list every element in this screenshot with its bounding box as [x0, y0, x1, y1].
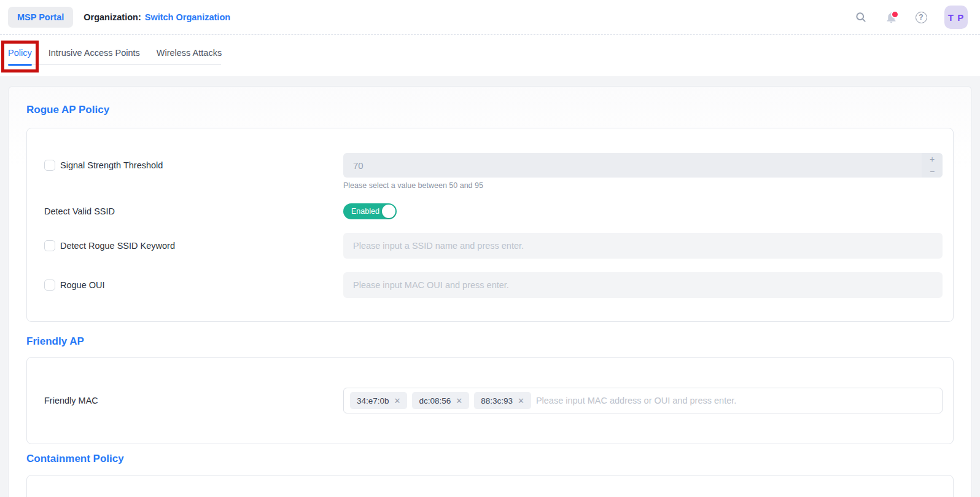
organization-link[interactable]: Switch Organization: [145, 12, 230, 22]
rogue-oui-checkbox[interactable]: [44, 280, 55, 291]
mac-tag-value: dc:08:56: [419, 396, 451, 405]
friendly-ap-card: Friendly MAC 34:e7:0b ✕ dc:08:56 ✕ 88:3c…: [26, 357, 954, 444]
containment-policy-card: [26, 475, 954, 497]
tab-intrusive-access-points[interactable]: Intrusive Access Points: [49, 48, 140, 65]
organization-label-text: Organization:: [84, 12, 141, 22]
friendly-mac-text-input[interactable]: [536, 396, 936, 405]
signal-strength-label: Signal Strength Threshold: [60, 153, 163, 178]
toggle-state-label: Enabled: [343, 207, 379, 216]
msp-portal-button[interactable]: MSP Portal: [8, 7, 73, 28]
notification-bell-icon[interactable]: [884, 10, 898, 24]
friendly-mac-input[interactable]: 34:e7:0b ✕ dc:08:56 ✕ 88:3c:93 ✕: [343, 388, 943, 413]
detect-rogue-ssid-checkbox[interactable]: [44, 240, 55, 251]
mac-tag-value: 34:e7:0b: [357, 396, 389, 405]
detect-rogue-ssid-label: Detect Rogue SSID Keyword: [60, 241, 175, 251]
avatar[interactable]: T P: [944, 6, 968, 29]
tab-strip: Policy Intrusive Access Points Wireless …: [0, 35, 980, 76]
signal-strength-stepper: + −: [343, 153, 943, 178]
section-title-rogue-ap-policy: Rogue AP Policy: [26, 104, 954, 116]
friendly-mac-row: Friendly MAC 34:e7:0b ✕ dc:08:56 ✕ 88:3c…: [44, 388, 943, 413]
tag-close-icon[interactable]: ✕: [518, 397, 524, 405]
tab-wireless-attacks[interactable]: Wireless Attacks: [157, 48, 222, 65]
mac-tag: 88:3c:93 ✕: [474, 392, 531, 409]
detect-valid-ssid-label: Detect Valid SSID: [44, 206, 115, 216]
rogue-oui-row: Rogue OUI: [44, 272, 943, 298]
signal-strength-helper-text: Please select a value between 50 and 95: [343, 181, 943, 190]
search-icon[interactable]: [854, 10, 868, 24]
signal-strength-row: Signal Strength Threshold + − Please sel…: [44, 153, 943, 190]
rogue-oui-input[interactable]: [343, 272, 943, 298]
top-header: MSP Portal Organization:Switch Organizat…: [0, 0, 980, 35]
detect-valid-ssid-row: Detect Valid SSID Enabled: [44, 203, 943, 219]
help-icon[interactable]: ?: [914, 10, 928, 24]
tag-close-icon[interactable]: ✕: [456, 397, 462, 405]
mac-tag: dc:08:56 ✕: [412, 392, 469, 409]
tag-close-icon[interactable]: ✕: [394, 397, 401, 405]
section-title-containment-policy: Containment Policy: [26, 453, 954, 465]
mac-tag-value: 88:3c:93: [481, 396, 513, 405]
signal-strength-input[interactable]: [343, 153, 922, 178]
notification-badge: [891, 10, 899, 18]
toggle-knob: [382, 205, 395, 218]
signal-strength-checkbox[interactable]: [44, 160, 55, 171]
rogue-ap-policy-card: Signal Strength Threshold + − Please sel…: [26, 128, 954, 322]
main-panel: Rogue AP Policy Signal Strength Threshol…: [8, 86, 972, 497]
rogue-oui-label: Rogue OUI: [60, 280, 105, 290]
friendly-mac-label: Friendly MAC: [44, 396, 98, 405]
rogue-ssid-keyword-input[interactable]: [343, 233, 943, 259]
mac-tag: 34:e7:0b ✕: [350, 392, 407, 409]
detect-rogue-ssid-row: Detect Rogue SSID Keyword: [44, 233, 943, 259]
section-title-friendly-ap: Friendly AP: [26, 335, 954, 348]
stepper-increase-button[interactable]: +: [922, 153, 943, 165]
detect-valid-ssid-toggle[interactable]: Enabled: [343, 203, 397, 219]
tab-policy[interactable]: Policy: [8, 48, 32, 65]
organization-label: Organization:Switch Organization: [84, 12, 230, 22]
stepper-decrease-button[interactable]: −: [922, 165, 943, 178]
